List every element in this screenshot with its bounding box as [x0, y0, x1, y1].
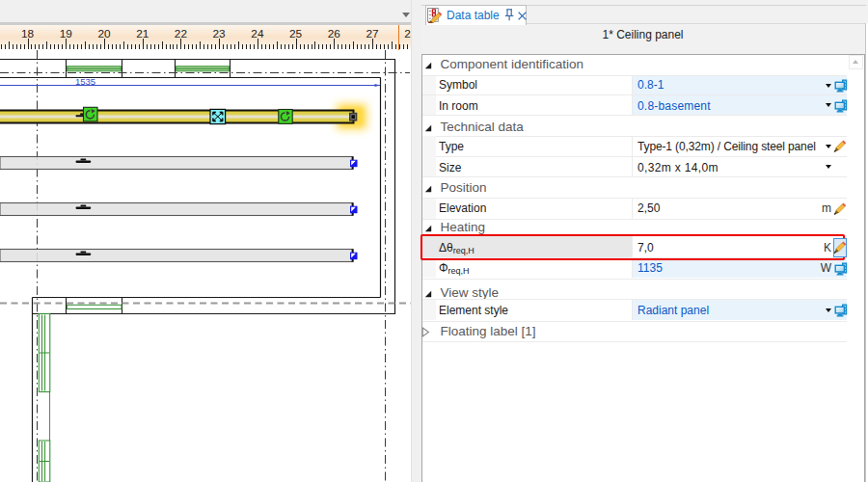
- svg-text:1535: 1535: [75, 76, 95, 87]
